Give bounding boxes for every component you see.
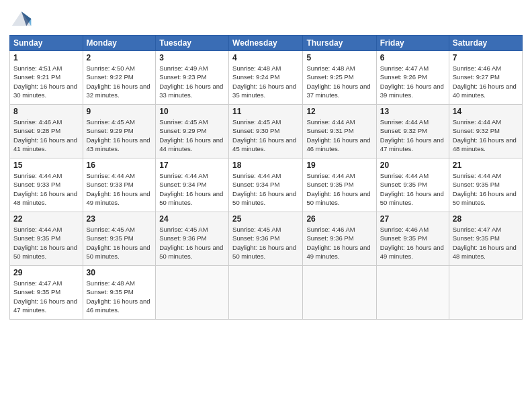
day-info: Sunrise: 4:48 AMSunset: 9:24 PMDaylight:… (232, 64, 299, 99)
day-info: Sunrise: 4:48 AMSunset: 9:35 PMDaylight:… (87, 279, 152, 314)
day-number: 8 (13, 107, 79, 116)
empty-cell (156, 266, 229, 320)
day-number: 13 (380, 107, 445, 116)
generalblue-logo-icon (9, 7, 34, 31)
day-number: 25 (232, 214, 299, 224)
calendar-header-saturday: Saturday (449, 36, 522, 51)
day-info: Sunrise: 4:45 AMSunset: 9:36 PMDaylight:… (159, 225, 225, 261)
day-number: 30 (87, 268, 152, 277)
calendar-week-row: 8Sunrise: 4:46 AMSunset: 9:28 PMDaylight… (10, 105, 523, 158)
calendar-day-cell: 28Sunrise: 4:47 AMSunset: 9:35 PMDayligh… (449, 212, 522, 266)
calendar-day-cell: 29Sunrise: 4:47 AMSunset: 9:35 PMDayligh… (10, 266, 83, 320)
day-info: Sunrise: 4:51 AMSunset: 9:21 PMDaylight:… (13, 64, 79, 99)
calendar-day-cell: 2Sunrise: 4:50 AMSunset: 9:22 PMDaylight… (83, 51, 156, 105)
day-info: Sunrise: 4:44 AMSunset: 9:35 PMDaylight:… (380, 171, 445, 207)
calendar-header-friday: Friday (376, 36, 449, 51)
empty-cell (376, 266, 449, 320)
day-info: Sunrise: 4:44 AMSunset: 9:35 PMDaylight:… (453, 171, 519, 207)
day-info: Sunrise: 4:45 AMSunset: 9:36 PMDaylight:… (232, 225, 299, 261)
calendar-day-cell: 8Sunrise: 4:46 AMSunset: 9:28 PMDaylight… (10, 105, 83, 158)
calendar-day-cell: 10Sunrise: 4:45 AMSunset: 9:29 PMDayligh… (156, 105, 229, 158)
day-info: Sunrise: 4:45 AMSunset: 9:29 PMDaylight:… (159, 118, 225, 153)
day-number: 26 (306, 214, 372, 224)
calendar-day-cell: 3Sunrise: 4:49 AMSunset: 9:23 PMDaylight… (156, 51, 229, 105)
calendar-week-row: 29Sunrise: 4:47 AMSunset: 9:35 PMDayligh… (10, 266, 523, 320)
calendar-day-cell: 13Sunrise: 4:44 AMSunset: 9:32 PMDayligh… (376, 105, 449, 158)
day-number: 17 (159, 161, 225, 170)
day-info: Sunrise: 4:44 AMSunset: 9:31 PMDaylight:… (306, 118, 372, 153)
day-info: Sunrise: 4:44 AMSunset: 9:35 PMDaylight:… (306, 171, 372, 207)
calendar-day-cell: 26Sunrise: 4:46 AMSunset: 9:36 PMDayligh… (303, 212, 376, 266)
day-number: 16 (87, 161, 152, 170)
logo (9, 7, 36, 31)
page: SundayMondayTuesdayWednesdayThursdayFrid… (0, 0, 532, 411)
day-info: Sunrise: 4:47 AMSunset: 9:26 PMDaylight:… (380, 64, 445, 99)
day-number: 15 (13, 161, 79, 170)
day-info: Sunrise: 4:47 AMSunset: 9:35 PMDaylight:… (13, 279, 79, 314)
header (9, 7, 523, 31)
day-number: 24 (159, 214, 225, 224)
day-info: Sunrise: 4:48 AMSunset: 9:25 PMDaylight:… (306, 64, 372, 99)
day-number: 11 (232, 107, 299, 116)
calendar-day-cell: 23Sunrise: 4:45 AMSunset: 9:35 PMDayligh… (83, 212, 156, 266)
calendar-week-row: 15Sunrise: 4:44 AMSunset: 9:33 PMDayligh… (10, 158, 523, 212)
calendar-day-cell: 22Sunrise: 4:44 AMSunset: 9:35 PMDayligh… (10, 212, 83, 266)
day-number: 3 (159, 53, 225, 62)
day-number: 4 (232, 53, 299, 62)
day-number: 7 (453, 53, 519, 62)
day-info: Sunrise: 4:45 AMSunset: 9:35 PMDaylight:… (87, 225, 152, 261)
calendar-day-cell: 15Sunrise: 4:44 AMSunset: 9:33 PMDayligh… (10, 158, 83, 212)
calendar-day-cell: 12Sunrise: 4:44 AMSunset: 9:31 PMDayligh… (303, 105, 376, 158)
calendar-day-cell: 19Sunrise: 4:44 AMSunset: 9:35 PMDayligh… (303, 158, 376, 212)
day-info: Sunrise: 4:46 AMSunset: 9:35 PMDaylight:… (380, 225, 445, 261)
day-info: Sunrise: 4:45 AMSunset: 9:29 PMDaylight:… (87, 118, 152, 153)
calendar-week-row: 22Sunrise: 4:44 AMSunset: 9:35 PMDayligh… (10, 212, 523, 266)
calendar-day-cell: 24Sunrise: 4:45 AMSunset: 9:36 PMDayligh… (156, 212, 229, 266)
day-number: 12 (306, 107, 372, 116)
calendar-day-cell: 1Sunrise: 4:51 AMSunset: 9:21 PMDaylight… (10, 51, 83, 105)
day-info: Sunrise: 4:45 AMSunset: 9:30 PMDaylight:… (232, 118, 299, 153)
day-info: Sunrise: 4:50 AMSunset: 9:22 PMDaylight:… (87, 64, 152, 99)
day-info: Sunrise: 4:44 AMSunset: 9:34 PMDaylight:… (159, 171, 225, 207)
calendar-day-cell: 27Sunrise: 4:46 AMSunset: 9:35 PMDayligh… (376, 212, 449, 266)
calendar-week-row: 1Sunrise: 4:51 AMSunset: 9:21 PMDaylight… (10, 51, 523, 105)
calendar-day-cell: 21Sunrise: 4:44 AMSunset: 9:35 PMDayligh… (449, 158, 522, 212)
calendar-day-cell: 30Sunrise: 4:48 AMSunset: 9:35 PMDayligh… (83, 266, 156, 320)
calendar-header-sunday: Sunday (10, 36, 83, 51)
day-number: 29 (13, 268, 79, 277)
day-info: Sunrise: 4:46 AMSunset: 9:28 PMDaylight:… (13, 118, 79, 153)
day-number: 18 (232, 161, 299, 170)
calendar-table: SundayMondayTuesdayWednesdayThursdayFrid… (9, 35, 523, 320)
calendar-day-cell: 7Sunrise: 4:46 AMSunset: 9:27 PMDaylight… (449, 51, 522, 105)
calendar-header-wednesday: Wednesday (229, 36, 303, 51)
day-number: 20 (380, 161, 445, 170)
day-info: Sunrise: 4:44 AMSunset: 9:33 PMDaylight:… (13, 171, 79, 207)
day-info: Sunrise: 4:44 AMSunset: 9:34 PMDaylight:… (232, 171, 299, 207)
calendar-day-cell: 11Sunrise: 4:45 AMSunset: 9:30 PMDayligh… (229, 105, 303, 158)
day-info: Sunrise: 4:46 AMSunset: 9:27 PMDaylight:… (453, 64, 519, 99)
calendar-day-cell: 18Sunrise: 4:44 AMSunset: 9:34 PMDayligh… (229, 158, 303, 212)
day-number: 9 (87, 107, 152, 116)
day-number: 6 (380, 53, 445, 62)
empty-cell (303, 266, 376, 320)
calendar-header-tuesday: Tuesday (156, 36, 229, 51)
calendar-header-row: SundayMondayTuesdayWednesdayThursdayFrid… (10, 36, 523, 51)
day-info: Sunrise: 4:46 AMSunset: 9:36 PMDaylight:… (306, 225, 372, 261)
day-number: 28 (453, 214, 519, 224)
day-number: 1 (13, 53, 79, 62)
calendar-day-cell: 4Sunrise: 4:48 AMSunset: 9:24 PMDaylight… (229, 51, 303, 105)
day-info: Sunrise: 4:47 AMSunset: 9:35 PMDaylight:… (453, 225, 519, 261)
empty-cell (229, 266, 303, 320)
day-info: Sunrise: 4:49 AMSunset: 9:23 PMDaylight:… (159, 64, 225, 99)
day-info: Sunrise: 4:44 AMSunset: 9:33 PMDaylight:… (87, 171, 152, 207)
calendar-day-cell: 25Sunrise: 4:45 AMSunset: 9:36 PMDayligh… (229, 212, 303, 266)
day-number: 10 (159, 107, 225, 116)
calendar-day-cell: 20Sunrise: 4:44 AMSunset: 9:35 PMDayligh… (376, 158, 449, 212)
day-number: 27 (380, 214, 445, 224)
calendar-day-cell: 14Sunrise: 4:44 AMSunset: 9:32 PMDayligh… (449, 105, 522, 158)
calendar-header-thursday: Thursday (303, 36, 376, 51)
day-number: 2 (87, 53, 152, 62)
day-info: Sunrise: 4:44 AMSunset: 9:32 PMDaylight:… (380, 118, 445, 153)
day-number: 22 (13, 214, 79, 224)
calendar-day-cell: 17Sunrise: 4:44 AMSunset: 9:34 PMDayligh… (156, 158, 229, 212)
